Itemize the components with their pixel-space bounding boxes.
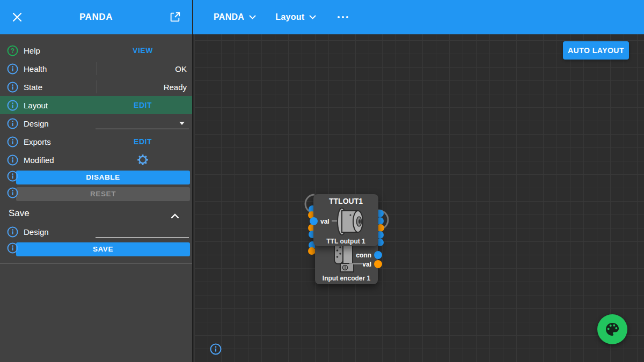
gear-icon[interactable] <box>97 153 189 166</box>
port-val-label: val <box>362 261 371 268</box>
info-icon <box>7 187 18 201</box>
save-button[interactable]: SAVE <box>16 242 190 256</box>
state-value: Ready <box>164 83 187 92</box>
divider <box>0 263 192 264</box>
disable-button[interactable]: DISABLE <box>16 171 190 184</box>
panda-menu-label: PANDA <box>214 12 244 22</box>
port-conn-label: conn <box>356 252 371 259</box>
node-input-encoder[interactable]: conn val Input encoder 1 <box>315 240 378 284</box>
more-menu-icon[interactable] <box>338 16 348 18</box>
row-save: SAVE <box>0 241 192 257</box>
health-value: OK <box>175 64 187 73</box>
divider <box>97 62 97 75</box>
node-caption: Input encoder 1 <box>315 275 378 282</box>
row-health: Health OK <box>0 60 192 78</box>
info-icon <box>7 82 18 93</box>
info-icon <box>7 118 18 129</box>
help-icon: ? <box>7 45 18 56</box>
panda-menu[interactable]: PANDA <box>214 12 256 22</box>
port-val-dot[interactable] <box>374 260 382 268</box>
save-section-title: Save <box>9 208 30 219</box>
dropdown-caret-icon[interactable] <box>179 122 185 125</box>
node-ttlout1[interactable]: TTLOUT1 val TTL output 1 <box>313 194 378 246</box>
row-reset: RESET <box>0 186 192 202</box>
view-button[interactable]: VIEW <box>97 46 189 55</box>
design-label: Design <box>24 119 49 128</box>
chevron-up-icon[interactable] <box>171 211 179 221</box>
info-icon <box>7 226 18 238</box>
chevron-down-icon <box>309 15 316 20</box>
breadcrumb: PANDA Layout <box>193 0 644 34</box>
ttl-output-image <box>335 206 366 237</box>
layout-label: Layout <box>24 101 48 110</box>
row-state: State Ready <box>0 78 192 96</box>
edit-layout-button[interactable]: EDIT <box>97 101 189 109</box>
row-modified: Modified <box>0 151 192 169</box>
row-layout[interactable]: Layout EDIT <box>0 96 192 114</box>
design-select[interactable] <box>96 129 189 129</box>
info-icon <box>7 154 18 166</box>
info-icon <box>7 100 18 111</box>
row-save-design: Design <box>0 223 192 241</box>
row-disable: DISABLE <box>0 169 192 186</box>
open-in-new-icon[interactable] <box>168 10 182 24</box>
auto-layout-button[interactable]: AUTO LAYOUT <box>563 41 629 60</box>
node-title: TTLOUT1 <box>313 194 378 205</box>
hidden-port-dot[interactable] <box>308 247 316 255</box>
row-exports: Exports EDIT <box>0 132 192 151</box>
info-icon <box>7 63 18 75</box>
exports-label: Exports <box>24 137 51 146</box>
panel-title: PANDA <box>0 12 192 23</box>
side-panel: ? Help VIEW Health OK State Ready Layout… <box>0 34 193 362</box>
port-val-label: val <box>320 218 330 225</box>
node-caption: TTL output 1 <box>313 238 378 245</box>
layout-menu[interactable]: Layout <box>275 12 316 22</box>
palette-icon <box>604 321 621 338</box>
divider <box>97 80 97 93</box>
info-icon <box>7 136 18 147</box>
top-bar: PANDA PANDA Layout <box>0 0 644 34</box>
save-design-input[interactable] <box>96 237 189 238</box>
state-label: State <box>24 83 42 92</box>
wires <box>194 34 644 362</box>
save-design-label: Design <box>24 227 49 237</box>
chevron-down-icon <box>249 15 256 20</box>
port-leader <box>349 263 362 264</box>
row-help: ? Help VIEW <box>0 41 192 60</box>
row-design: Design <box>0 114 192 132</box>
sidebar-header: PANDA <box>0 0 193 34</box>
info-icon <box>7 171 18 184</box>
edit-exports-button[interactable]: EDIT <box>97 137 189 146</box>
palette-fab-button[interactable] <box>597 314 627 344</box>
port-val-dot[interactable] <box>310 217 318 225</box>
node-graph-canvas[interactable]: AUTO LAYOUT conn val Input encoder 1 <box>194 34 644 362</box>
port-conn-dot[interactable] <box>374 251 382 259</box>
save-section-header[interactable]: Save <box>0 204 192 223</box>
modified-label: Modified <box>24 156 54 165</box>
help-label: Help <box>24 46 40 55</box>
info-icon <box>7 242 18 256</box>
canvas-info-icon[interactable] <box>210 343 222 355</box>
layout-menu-label: Layout <box>275 12 304 22</box>
svg-text:?: ? <box>11 47 14 55</box>
health-label: Health <box>24 64 47 73</box>
reset-button[interactable]: RESET <box>16 187 190 201</box>
